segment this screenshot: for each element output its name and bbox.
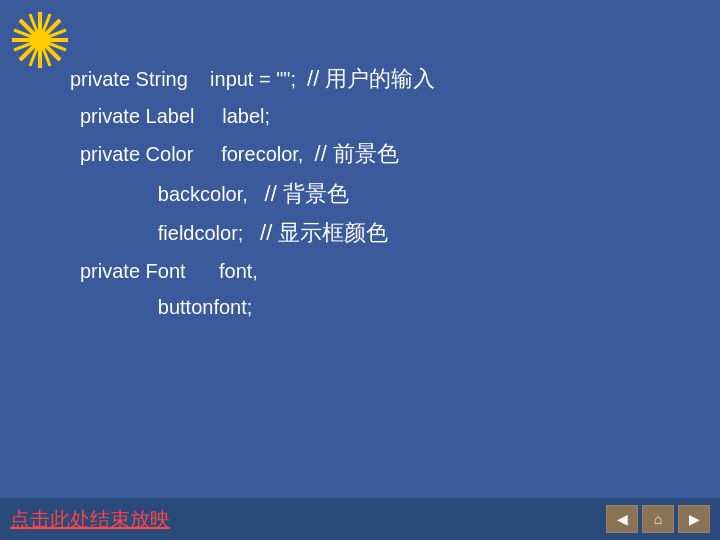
code-text-5a: fieldcolor; bbox=[80, 216, 260, 250]
code-text-4a: backcolor, bbox=[80, 177, 265, 211]
code-text-3a: private Color forecolor, bbox=[80, 137, 315, 171]
code-comment-3: // 前景色 bbox=[315, 135, 399, 172]
code-line-3: private Color forecolor, // 前景色 bbox=[80, 135, 700, 172]
code-line-6: private Font font, bbox=[80, 254, 700, 288]
bottom-bar: 点击此处结束放映 ◀ ⌂ ▶ bbox=[0, 498, 720, 540]
nav-next-button[interactable]: ▶ bbox=[678, 505, 710, 533]
code-line-7: buttonfont; bbox=[80, 290, 700, 324]
code-text-6: private Font font, bbox=[80, 254, 258, 288]
nav-buttons: ◀ ⌂ ▶ bbox=[606, 505, 710, 533]
code-text-1a: private String input = ""; bbox=[70, 62, 307, 96]
end-slideshow-link[interactable]: 点击此处结束放映 bbox=[10, 506, 170, 533]
code-line-4: backcolor, // 背景色 bbox=[80, 175, 700, 212]
sunburst-icon bbox=[10, 10, 70, 70]
code-line-5: fieldcolor; // 显示框颜色 bbox=[80, 214, 700, 251]
code-line-2: private Label label; bbox=[80, 99, 700, 133]
code-comment-4: // 背景色 bbox=[265, 175, 349, 212]
code-comment-5: // 显示框颜色 bbox=[260, 214, 388, 251]
code-comment-1: // 用户的输入 bbox=[307, 60, 435, 97]
code-content: private String input = ""; // 用户的输入 priv… bbox=[70, 60, 700, 326]
nav-home-button[interactable]: ⌂ bbox=[642, 505, 674, 533]
code-line-1: private String input = ""; // 用户的输入 bbox=[70, 60, 700, 97]
code-text-2: private Label label; bbox=[80, 99, 270, 133]
nav-prev-button[interactable]: ◀ bbox=[606, 505, 638, 533]
code-text-7: buttonfont; bbox=[80, 290, 252, 324]
svg-point-8 bbox=[30, 30, 50, 50]
